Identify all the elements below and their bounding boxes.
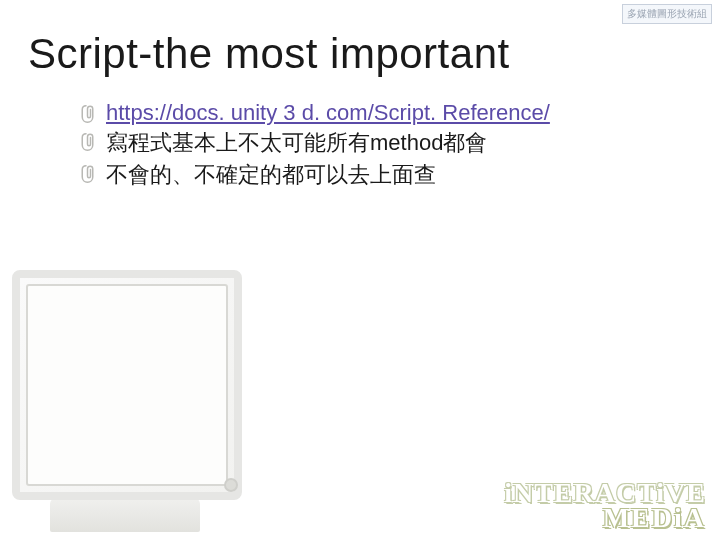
list-item: 不會的、不確定的都可以去上面查	[80, 160, 550, 190]
bullet-text: 寫程式基本上不太可能所有method都會	[106, 128, 487, 158]
watermark-label: 多媒體圖形技術組	[622, 4, 712, 24]
brand-text-2: MEDiA	[504, 504, 706, 532]
slide-title: Script-the most important	[28, 30, 510, 78]
reference-link[interactable]: https://docs. unity 3 d. com/Script. Ref…	[106, 100, 550, 126]
bullet-text: 不會的、不確定的都可以去上面查	[106, 160, 436, 190]
branding-logo: iNTERACTiVE MEDiA	[504, 479, 706, 532]
monitor-decoration	[0, 210, 260, 540]
list-item: 寫程式基本上不太可能所有method都會	[80, 128, 550, 158]
paperclip-icon	[80, 103, 98, 125]
bullet-list: https://docs. unity 3 d. com/Script. Ref…	[80, 100, 550, 192]
list-item: https://docs. unity 3 d. com/Script. Ref…	[80, 100, 550, 126]
paperclip-icon	[80, 131, 98, 153]
paperclip-icon	[80, 163, 98, 185]
